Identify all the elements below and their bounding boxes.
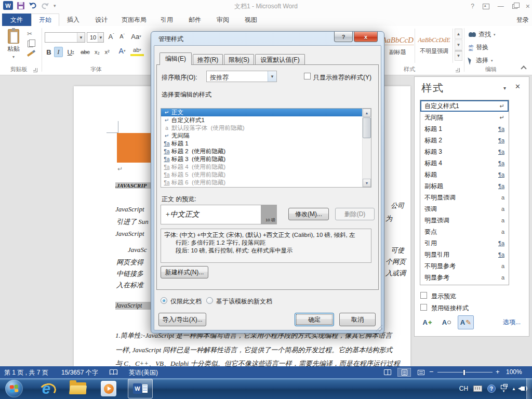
show-desktop-button[interactable]: [526, 378, 532, 399]
tab-page-layout[interactable]: 页面布局: [115, 14, 153, 26]
style-item[interactable]: 明显强调a: [420, 215, 509, 226]
minimize-icon[interactable]: —: [498, 3, 504, 10]
start-button[interactable]: [5, 380, 23, 397]
dialog-close-icon[interactable]: x: [354, 32, 378, 42]
sort-order-combo[interactable]: 按推荐▼: [206, 71, 277, 82]
style-item[interactable]: 要点a: [420, 226, 509, 237]
change-case-button[interactable]: Aa▾: [130, 31, 142, 42]
show-preview-checkbox[interactable]: [420, 292, 427, 299]
media-player-icon[interactable]: [101, 381, 116, 396]
style-inspector-button[interactable]: A: [438, 315, 455, 329]
dialog-tab-edit[interactable]: 编辑(E): [159, 52, 192, 65]
replace-button[interactable]: abac替换: [469, 43, 488, 52]
gallery-scroll-up-icon[interactable]: ▲: [455, 29, 462, 39]
list-item[interactable]: ¶a标题 1: [161, 140, 371, 148]
tab-design[interactable]: 设计: [87, 14, 115, 26]
chevron-down-icon[interactable]: ▼: [77, 33, 85, 42]
scroll-thumb[interactable]: [363, 117, 371, 138]
select-button[interactable]: 选择▾: [469, 56, 493, 65]
sign-in-link[interactable]: 登录: [516, 16, 529, 24]
close-icon[interactable]: ×: [526, 2, 530, 10]
style-item[interactable]: 不明显强调a: [420, 192, 509, 203]
style-item[interactable]: 标题 3¶a: [420, 146, 509, 157]
tab-view[interactable]: 视图: [237, 14, 265, 26]
pane-close-icon[interactable]: ✕: [515, 83, 521, 90]
print-layout-icon[interactable]: [397, 368, 411, 377]
style-item-selected[interactable]: 自定义样式1↵: [420, 100, 509, 112]
find-button[interactable]: 查找▾: [469, 30, 496, 39]
grow-font-button[interactable]: Aˆ: [107, 31, 116, 42]
tab-review[interactable]: 审阅: [209, 14, 237, 26]
import-export-button[interactable]: 导入/导出(X)...: [158, 313, 206, 326]
tab-mailings[interactable]: 邮件: [181, 14, 209, 26]
style-item[interactable]: 标题 2¶a: [420, 135, 509, 146]
strikethrough-button[interactable]: abc: [79, 47, 91, 57]
gallery-scroll-down-icon[interactable]: ▼: [455, 39, 462, 50]
list-item[interactable]: ¶a标题 2 (使用前隐藏): [161, 148, 371, 155]
list-item[interactable]: ¶a标题 5 (使用前隐藏): [161, 171, 371, 179]
dialog-help-icon[interactable]: ?: [334, 32, 353, 42]
list-item[interactable]: a默认段落字体 (使用前隐藏): [161, 124, 371, 132]
window-popup-icon[interactable]: ▼: [501, 385, 507, 393]
chevron-down-icon[interactable]: ▼: [268, 71, 276, 82]
style-item[interactable]: 标题¶a: [420, 169, 509, 180]
dialog-tab-recommend[interactable]: 推荐(R): [193, 54, 223, 65]
copy-icon[interactable]: [28, 41, 33, 47]
zoom-out-icon[interactable]: −: [429, 367, 433, 376]
page-indicator[interactable]: 第 1 页 , 共 7 页: [4, 368, 48, 377]
chevron-down-icon[interactable]: ▼: [98, 33, 103, 42]
cut-icon[interactable]: ✂: [27, 30, 32, 37]
underline-button[interactable]: U▾: [64, 47, 77, 57]
internet-explorer-icon[interactable]: e: [37, 380, 55, 397]
style-item[interactable]: 强调a: [420, 203, 509, 215]
collapse-ribbon-icon[interactable]: [521, 65, 526, 71]
dialog-tab-restrict[interactable]: 限制(S): [224, 54, 254, 65]
styles-dialog-launcher-icon[interactable]: [456, 68, 460, 72]
list-item[interactable]: ↵自定义样式1: [161, 116, 371, 124]
style-item[interactable]: 引用¶a: [420, 237, 509, 249]
input-language-indicator[interactable]: CH: [459, 385, 468, 392]
gallery-more-icon[interactable]: ▼: [455, 50, 462, 61]
zoom-slider-thumb[interactable]: [463, 369, 466, 376]
help-tray-icon[interactable]: ?: [487, 384, 496, 393]
tab-home[interactable]: 开始: [31, 14, 59, 26]
file-explorer-icon[interactable]: [70, 382, 86, 394]
style-item[interactable]: 副标题¶a: [420, 180, 509, 192]
cancel-button[interactable]: 取消: [339, 313, 376, 326]
list-item[interactable]: ¶a标题 4 (使用前隐藏): [161, 163, 371, 171]
show-hidden-icons[interactable]: ▲: [512, 387, 516, 391]
list-item[interactable]: ¶a标题 6 (使用前隐藏): [161, 179, 371, 187]
tab-file[interactable]: 文件: [2, 14, 31, 26]
scrollbar[interactable]: ▲ ▼: [362, 109, 371, 187]
style-item[interactable]: 标题 4¶a: [420, 157, 509, 169]
new-style-button[interactable]: A✚: [419, 315, 435, 329]
text-effects-button[interactable]: A▾: [115, 46, 129, 56]
style-item[interactable]: 不明显参考a: [420, 260, 509, 272]
help-icon[interactable]: ?: [471, 3, 474, 10]
style-item[interactable]: 明显引用¶a: [420, 249, 509, 260]
manage-styles-button[interactable]: A✎: [458, 315, 474, 329]
list-item-selected[interactable]: ↵正文: [161, 109, 371, 116]
options-link[interactable]: 选项...: [503, 318, 521, 327]
clipboard-dialog-launcher-icon[interactable]: [33, 68, 37, 72]
proofing-book-icon[interactable]: [109, 369, 118, 376]
only-recommended-checkbox[interactable]: [304, 73, 311, 79]
tab-insert[interactable]: 插入: [59, 14, 87, 26]
modify-button[interactable]: 修改(M)...: [288, 208, 329, 220]
paste-button[interactable]: 粘贴 ▾: [3, 29, 24, 66]
style-item[interactable]: 标题 1¶a: [420, 123, 509, 135]
only-this-document-radio[interactable]: [161, 297, 167, 304]
new-documents-radio[interactable]: [206, 297, 213, 304]
word-count[interactable]: 15/3657 个字: [61, 368, 98, 377]
ok-button[interactable]: 确定: [295, 313, 334, 326]
style-item[interactable]: 无间隔↵: [420, 112, 509, 123]
word-taskbar-button[interactable]: W: [128, 379, 153, 398]
language-indicator[interactable]: 英语(美国): [129, 368, 158, 377]
list-item[interactable]: ¶a标题 3 (使用前隐藏): [161, 155, 371, 163]
subscript-button[interactable]: x₂: [92, 47, 102, 57]
font-name-combo[interactable]: ▼: [45, 32, 85, 43]
font-size-combo[interactable]: 10▼: [87, 32, 104, 43]
disable-linked-styles-checkbox[interactable]: [420, 304, 427, 311]
bold-button[interactable]: B: [45, 47, 53, 57]
style-gallery-item-subtitle[interactable]: AaBbCcD 副标题: [381, 29, 415, 63]
